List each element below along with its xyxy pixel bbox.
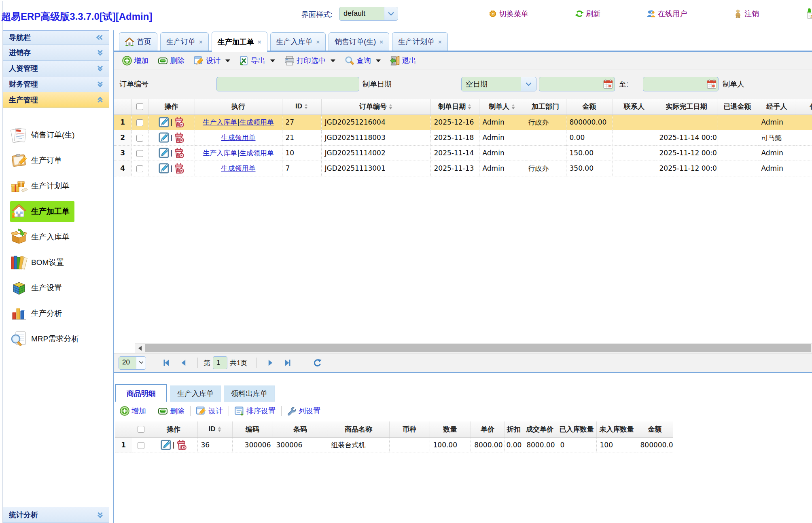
select-all-checkbox[interactable]: [132, 421, 150, 437]
sidebar-title[interactable]: 导航栏: [3, 31, 109, 45]
pick-link[interactable]: 生成领用单: [240, 149, 274, 157]
close-icon[interactable]: ×: [258, 38, 261, 45]
register-pad-button[interactable]: [806, 8, 812, 20]
close-icon[interactable]: ×: [438, 38, 442, 45]
col-price[interactable]: 单价: [471, 421, 505, 437]
col-execute[interactable]: 执行: [195, 99, 282, 114]
logout-button[interactable]: 注销: [734, 9, 759, 19]
print-selected-button[interactable]: 打印选中: [284, 56, 335, 66]
add-button[interactable]: 增加: [122, 56, 148, 66]
instock-link[interactable]: 生产入库单: [203, 149, 237, 157]
style-combobox[interactable]: default: [339, 7, 398, 21]
row-checkbox[interactable]: [131, 114, 148, 130]
col-date[interactable]: 制单日期: [430, 99, 479, 114]
tab-production-instock[interactable]: 生产入库单 ×: [270, 32, 326, 51]
row-checkbox[interactable]: [132, 437, 150, 453]
col-refund[interactable]: 已退金额: [717, 99, 758, 114]
col-amount[interactable]: 金额: [566, 99, 613, 114]
grid-row-3[interactable]: 3 | 生产入库单|生成领用单 10 JGD20251114002 2025-1…: [114, 145, 812, 161]
accordion-section-shengchan[interactable]: 生产管理: [3, 92, 109, 108]
detail-delete-button[interactable]: 删除: [158, 406, 184, 416]
edit-icon[interactable]: [159, 132, 169, 143]
col-in-qty[interactable]: 已入库数量: [557, 421, 596, 437]
date-mode-combobox[interactable]: 空日期: [461, 77, 536, 91]
tab-production-process[interactable]: 生产加工单 ×: [212, 32, 267, 52]
exit-button[interactable]: 退出: [390, 56, 416, 66]
calendar-icon[interactable]: [603, 79, 613, 89]
sidebar-item-production-plan[interactable]: 生产计划单: [3, 173, 109, 199]
query-button[interactable]: 查询: [345, 56, 381, 66]
switch-menu-button[interactable]: 切换菜单: [488, 9, 528, 19]
col-code[interactable]: 编码: [232, 421, 273, 437]
col-goods-name[interactable]: 商品名称: [328, 421, 389, 437]
sidebar-item-production-process[interactable]: 生产加工单: [3, 199, 109, 224]
close-icon[interactable]: ×: [316, 38, 320, 45]
col-discount[interactable]: 折扣: [505, 421, 523, 437]
tab-production-order[interactable]: 生产订单 ×: [160, 32, 209, 51]
col-deal-price[interactable]: 成交单价: [523, 421, 557, 437]
sidebar-item-sales-order[interactable]: 销售订单(生): [3, 122, 109, 148]
calendar-icon[interactable]: [707, 79, 717, 89]
edit-icon[interactable]: [159, 163, 169, 174]
first-page-button[interactable]: [163, 359, 170, 367]
row-checkbox[interactable]: [131, 130, 148, 145]
pick-link[interactable]: 生成领用单: [221, 133, 256, 142]
tab-sales-order[interactable]: 销售订单(生) ×: [329, 32, 389, 51]
col-order-no[interactable]: 订单编号: [321, 99, 430, 114]
accordion-section-tongji[interactable]: 统计分析: [3, 507, 109, 523]
accordion-section-jinxiaocun[interactable]: 进销存: [3, 45, 109, 61]
col-qty[interactable]: 数量: [430, 421, 471, 437]
export-button[interactable]: 导出: [240, 56, 275, 66]
detail-tab-outstock[interactable]: 领料出库单: [224, 385, 275, 402]
sidebar-item-bom-setting[interactable]: BOM设置: [3, 250, 109, 275]
col-currency[interactable]: 币种: [389, 421, 430, 437]
prev-page-button[interactable]: [180, 359, 187, 367]
edit-icon[interactable]: [161, 440, 171, 450]
trash-icon[interactable]: [176, 440, 187, 450]
sidebar-item-production-analysis[interactable]: 生产分析: [3, 301, 109, 326]
combo-arrow-icon[interactable]: [384, 7, 398, 20]
sort-setting-button[interactable]: 排序设置: [235, 406, 276, 416]
horizontal-scrollbar[interactable]: [135, 343, 812, 353]
sidebar-item-mrp-analysis[interactable]: MRP需求分析: [3, 326, 109, 351]
scrollbar-thumb[interactable]: [145, 344, 811, 352]
grid-row-2[interactable]: 2 | 生成领用单 21 JGD20251118003 2025-11-18 A…: [114, 130, 812, 145]
accordion-section-caiwu[interactable]: 财务管理: [3, 76, 109, 92]
refresh-button[interactable]: 刷新: [575, 9, 600, 19]
sidebar-item-production-setting[interactable]: 生产设置: [3, 275, 109, 301]
date-mode-value[interactable]: 空日期: [462, 77, 521, 91]
trash-icon[interactable]: [174, 148, 184, 158]
col-operation[interactable]: 操作: [148, 99, 195, 114]
page-number-input[interactable]: [213, 356, 227, 369]
accordion-section-renzi[interactable]: 人资管理: [3, 61, 109, 76]
row-checkbox[interactable]: [131, 145, 148, 161]
combo-arrow-icon[interactable]: [136, 357, 146, 369]
trash-icon[interactable]: [174, 132, 184, 143]
trash-icon[interactable]: [174, 117, 184, 127]
tab-home[interactable]: 首页: [119, 32, 157, 51]
col-dept[interactable]: 加工部门: [525, 99, 566, 114]
sidebar-item-production-instock[interactable]: 生产入库单: [3, 224, 109, 250]
pick-link[interactable]: 生成领用单: [221, 164, 256, 172]
page-size-value[interactable]: 20: [119, 357, 136, 369]
col-id[interactable]: ID: [197, 421, 232, 437]
column-setting-button[interactable]: 列设置: [287, 406, 320, 416]
col-pay[interactable]: 付款: [796, 99, 812, 114]
online-users-button[interactable]: 在线用户: [647, 9, 687, 19]
select-all-checkbox[interactable]: [131, 99, 148, 114]
col-maker[interactable]: 制单人: [479, 99, 525, 114]
close-icon[interactable]: ×: [379, 38, 383, 45]
grid-row-1[interactable]: 1 | 生产入库单|生成领用单 27 JGD20251216004 2025-1…: [114, 114, 812, 130]
detail-design-button[interactable]: 设计: [196, 406, 223, 416]
reload-button[interactable]: [313, 359, 322, 367]
edit-icon[interactable]: [159, 117, 169, 127]
sidebar-item-production-order[interactable]: 生产订单: [3, 148, 109, 173]
tab-production-plan[interactable]: 生产计划单 ×: [392, 32, 448, 51]
order-no-input[interactable]: [216, 77, 359, 91]
design-button[interactable]: 设计: [194, 56, 230, 66]
grid-row-4[interactable]: 4 | 生成领用单 7 JGD20251113001 2025-11-13 Ad…: [114, 161, 812, 176]
col-handler[interactable]: 经手人: [758, 99, 796, 114]
detail-tab-instock[interactable]: 生产入库单: [170, 385, 221, 402]
combo-arrow-icon[interactable]: [521, 77, 536, 91]
col-amount[interactable]: 金额: [637, 421, 673, 437]
